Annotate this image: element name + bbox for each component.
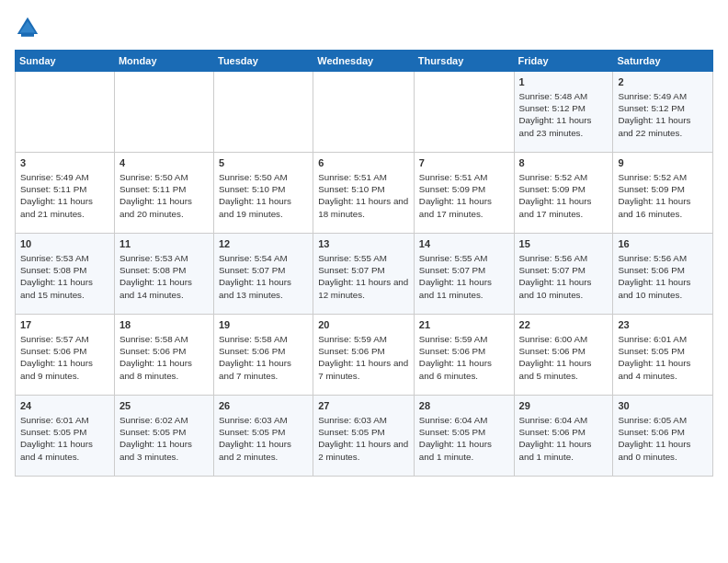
- calendar-week-row: 24Sunrise: 6:01 AM Sunset: 5:05 PM Dayli…: [16, 396, 713, 477]
- day-info: Sunrise: 5:53 AM Sunset: 5:08 PM Dayligh…: [119, 252, 209, 301]
- calendar-cell: [114, 72, 213, 153]
- calendar-cell: 17Sunrise: 5:57 AM Sunset: 5:06 PM Dayli…: [16, 315, 115, 396]
- calendar-cell: 13Sunrise: 5:55 AM Sunset: 5:07 PM Dayli…: [313, 234, 415, 315]
- calendar-cell: 11Sunrise: 5:53 AM Sunset: 5:08 PM Dayli…: [114, 234, 213, 315]
- day-info: Sunrise: 5:56 AM Sunset: 5:07 PM Dayligh…: [519, 252, 609, 301]
- day-info: Sunrise: 5:55 AM Sunset: 5:07 PM Dayligh…: [419, 252, 509, 301]
- calendar-cell: [313, 72, 415, 153]
- day-number: 11: [119, 237, 209, 251]
- day-number: 8: [519, 156, 609, 170]
- day-info: Sunrise: 5:51 AM Sunset: 5:10 PM Dayligh…: [318, 171, 409, 220]
- day-number: 28: [419, 399, 509, 413]
- day-info: Sunrise: 5:53 AM Sunset: 5:08 PM Dayligh…: [20, 252, 109, 301]
- day-info: Sunrise: 6:02 AM Sunset: 5:05 PM Dayligh…: [119, 414, 209, 463]
- day-number: 2: [618, 75, 708, 89]
- day-number: 27: [318, 399, 409, 413]
- calendar-cell: 7Sunrise: 5:51 AM Sunset: 5:09 PM Daylig…: [414, 153, 514, 234]
- weekday-header-wednesday: Wednesday: [313, 51, 415, 72]
- day-number: 4: [119, 156, 209, 170]
- day-number: 10: [20, 237, 109, 251]
- calendar-cell: 10Sunrise: 5:53 AM Sunset: 5:08 PM Dayli…: [16, 234, 115, 315]
- day-number: 16: [618, 237, 708, 251]
- calendar-cell: 20Sunrise: 5:59 AM Sunset: 5:06 PM Dayli…: [313, 315, 415, 396]
- weekday-header-thursday: Thursday: [414, 51, 514, 72]
- calendar-cell: [16, 72, 115, 153]
- day-number: 5: [219, 156, 308, 170]
- calendar-page: SundayMondayTuesdayWednesdayThursdayFrid…: [0, 0, 728, 563]
- day-info: Sunrise: 5:58 AM Sunset: 5:06 PM Dayligh…: [119, 333, 209, 382]
- calendar-cell: 1Sunrise: 5:48 AM Sunset: 5:12 PM Daylig…: [514, 72, 613, 153]
- day-info: Sunrise: 5:59 AM Sunset: 5:06 PM Dayligh…: [318, 333, 409, 382]
- day-number: 21: [419, 318, 509, 332]
- calendar-cell: 27Sunrise: 6:03 AM Sunset: 5:05 PM Dayli…: [313, 396, 415, 477]
- day-number: 30: [618, 399, 708, 413]
- day-number: 6: [318, 156, 409, 170]
- day-number: 7: [419, 156, 509, 170]
- day-info: Sunrise: 5:55 AM Sunset: 5:07 PM Dayligh…: [318, 252, 409, 301]
- calendar-cell: 25Sunrise: 6:02 AM Sunset: 5:05 PM Dayli…: [114, 396, 213, 477]
- day-number: 29: [519, 399, 609, 413]
- calendar-week-row: 3Sunrise: 5:49 AM Sunset: 5:11 PM Daylig…: [16, 153, 713, 234]
- day-number: 19: [219, 318, 308, 332]
- calendar-cell: 3Sunrise: 5:49 AM Sunset: 5:11 PM Daylig…: [16, 153, 115, 234]
- calendar-cell: 22Sunrise: 6:00 AM Sunset: 5:06 PM Dayli…: [514, 315, 613, 396]
- day-info: Sunrise: 5:49 AM Sunset: 5:11 PM Dayligh…: [20, 171, 109, 220]
- weekday-header-saturday: Saturday: [613, 51, 713, 72]
- calendar-cell: 12Sunrise: 5:54 AM Sunset: 5:07 PM Dayli…: [214, 234, 313, 315]
- weekday-header-tuesday: Tuesday: [214, 51, 313, 72]
- calendar-cell: 29Sunrise: 6:04 AM Sunset: 5:06 PM Dayli…: [514, 396, 613, 477]
- header: [15, 15, 713, 40]
- calendar-week-row: 10Sunrise: 5:53 AM Sunset: 5:08 PM Dayli…: [16, 234, 713, 315]
- day-info: Sunrise: 5:56 AM Sunset: 5:06 PM Dayligh…: [618, 252, 708, 301]
- calendar-cell: [414, 72, 514, 153]
- calendar-cell: 28Sunrise: 6:04 AM Sunset: 5:05 PM Dayli…: [414, 396, 514, 477]
- calendar-cell: 8Sunrise: 5:52 AM Sunset: 5:09 PM Daylig…: [514, 153, 613, 234]
- weekday-header-monday: Monday: [114, 51, 213, 72]
- calendar-cell: 2Sunrise: 5:49 AM Sunset: 5:12 PM Daylig…: [613, 72, 713, 153]
- weekday-header-sunday: Sunday: [16, 51, 115, 72]
- calendar-cell: 14Sunrise: 5:55 AM Sunset: 5:07 PM Dayli…: [414, 234, 514, 315]
- calendar-cell: 26Sunrise: 6:03 AM Sunset: 5:05 PM Dayli…: [214, 396, 313, 477]
- day-info: Sunrise: 5:54 AM Sunset: 5:07 PM Dayligh…: [219, 252, 308, 301]
- day-number: 13: [318, 237, 409, 251]
- calendar-cell: 15Sunrise: 5:56 AM Sunset: 5:07 PM Dayli…: [514, 234, 613, 315]
- day-info: Sunrise: 6:01 AM Sunset: 5:05 PM Dayligh…: [618, 333, 708, 382]
- calendar-cell: 18Sunrise: 5:58 AM Sunset: 5:06 PM Dayli…: [114, 315, 213, 396]
- day-info: Sunrise: 6:00 AM Sunset: 5:06 PM Dayligh…: [519, 333, 609, 382]
- calendar-cell: 9Sunrise: 5:52 AM Sunset: 5:09 PM Daylig…: [613, 153, 713, 234]
- day-info: Sunrise: 5:48 AM Sunset: 5:12 PM Dayligh…: [519, 90, 609, 139]
- day-number: 17: [20, 318, 109, 332]
- day-info: Sunrise: 5:57 AM Sunset: 5:06 PM Dayligh…: [20, 333, 109, 382]
- calendar-cell: [214, 72, 313, 153]
- day-number: 3: [20, 156, 109, 170]
- day-number: 24: [20, 399, 109, 413]
- calendar-cell: 30Sunrise: 6:05 AM Sunset: 5:06 PM Dayli…: [613, 396, 713, 477]
- day-info: Sunrise: 5:58 AM Sunset: 5:06 PM Dayligh…: [219, 333, 308, 382]
- calendar-cell: 23Sunrise: 6:01 AM Sunset: 5:05 PM Dayli…: [613, 315, 713, 396]
- calendar-cell: 24Sunrise: 6:01 AM Sunset: 5:05 PM Dayli…: [16, 396, 115, 477]
- day-info: Sunrise: 6:01 AM Sunset: 5:05 PM Dayligh…: [20, 414, 109, 463]
- day-info: Sunrise: 6:03 AM Sunset: 5:05 PM Dayligh…: [318, 414, 409, 463]
- weekday-header-row: SundayMondayTuesdayWednesdayThursdayFrid…: [16, 51, 713, 72]
- day-number: 9: [618, 156, 708, 170]
- calendar-cell: 21Sunrise: 5:59 AM Sunset: 5:06 PM Dayli…: [414, 315, 514, 396]
- day-number: 1: [519, 75, 609, 89]
- day-number: 14: [419, 237, 509, 251]
- day-number: 26: [219, 399, 308, 413]
- day-number: 20: [318, 318, 409, 332]
- calendar-week-row: 17Sunrise: 5:57 AM Sunset: 5:06 PM Dayli…: [16, 315, 713, 396]
- day-info: Sunrise: 5:50 AM Sunset: 5:10 PM Dayligh…: [219, 171, 308, 220]
- svg-rect-2: [21, 34, 34, 37]
- calendar-cell: 4Sunrise: 5:50 AM Sunset: 5:11 PM Daylig…: [114, 153, 213, 234]
- day-number: 25: [119, 399, 209, 413]
- day-info: Sunrise: 6:04 AM Sunset: 5:06 PM Dayligh…: [519, 414, 609, 463]
- logo-icon: [15, 15, 40, 40]
- day-number: 22: [519, 318, 609, 332]
- day-number: 12: [219, 237, 308, 251]
- day-number: 23: [618, 318, 708, 332]
- calendar-table: SundayMondayTuesdayWednesdayThursdayFrid…: [15, 50, 713, 477]
- calendar-cell: 19Sunrise: 5:58 AM Sunset: 5:06 PM Dayli…: [214, 315, 313, 396]
- day-info: Sunrise: 6:05 AM Sunset: 5:06 PM Dayligh…: [618, 414, 708, 463]
- logo: [15, 15, 44, 40]
- day-info: Sunrise: 5:59 AM Sunset: 5:06 PM Dayligh…: [419, 333, 509, 382]
